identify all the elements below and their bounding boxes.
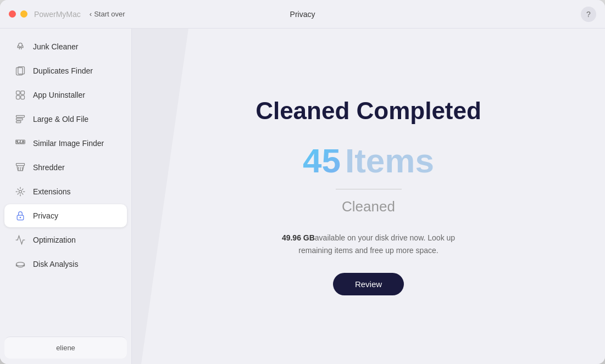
items-count-number: 45 [303, 141, 341, 180]
privacy-icon [14, 210, 26, 222]
start-over-label: Start over [94, 10, 125, 18]
content-area: Cleaned Completed 45 Items Cleaned 49.96… [132, 29, 605, 364]
main-content: Cleaned Completed 45 Items Cleaned 49.96… [132, 29, 605, 364]
minimize-button[interactable] [20, 10, 27, 18]
svg-rect-8 [16, 118, 23, 120]
page-title: Privacy [290, 10, 315, 19]
items-count-label: Items [345, 141, 434, 180]
disk-gb: 49.96 GB [282, 233, 315, 242]
sidebar: Junk Cleaner Duplicates Finder App Unins… [0, 29, 132, 364]
svg-rect-14 [16, 164, 25, 166]
svg-line-17 [22, 167, 23, 171]
shredder-label: Shredder [33, 163, 65, 172]
svg-line-15 [18, 167, 19, 171]
app-uninstaller-label: App Uninstaller [33, 91, 85, 99]
sidebar-item-similar-image-finder[interactable]: Similar Image Finder [4, 132, 127, 155]
user-account[interactable]: eliene [4, 337, 127, 359]
svg-rect-6 [21, 96, 25, 99]
similar-image-finder-label: Similar Image Finder [33, 139, 104, 148]
large-old-file-label: Large & Old File [33, 115, 88, 124]
svg-point-21 [16, 262, 25, 266]
review-button[interactable]: Review [333, 273, 404, 295]
disk-info: 49.96 GBavailable on your disk drive now… [281, 232, 457, 256]
sidebar-item-optimization[interactable]: Optimization [4, 228, 127, 251]
sidebar-item-duplicates-finder[interactable]: Duplicates Finder [4, 59, 127, 82]
traffic-lights [9, 10, 27, 18]
extensions-icon [14, 186, 26, 198]
junk-cleaner-label: Junk Cleaner [33, 42, 79, 51]
optimization-label: Optimization [33, 236, 76, 244]
app-uninstaller-icon [14, 89, 26, 101]
svg-rect-3 [16, 91, 20, 95]
sidebar-item-app-uninstaller[interactable]: App Uninstaller [4, 83, 127, 107]
help-button[interactable]: ? [581, 7, 596, 22]
sidebar-item-large-old-file[interactable]: Large & Old File [4, 108, 127, 131]
shredder-icon [14, 161, 26, 173]
svg-point-0 [19, 43, 23, 47]
sidebar-item-junk-cleaner[interactable]: Junk Cleaner [4, 35, 127, 58]
svg-rect-9 [16, 121, 21, 122]
duplicates-finder-label: Duplicates Finder [33, 66, 93, 75]
chevron-left-icon: ‹ [90, 10, 92, 18]
disk-analysis-label: Disk Analysis [33, 260, 78, 268]
svg-rect-4 [21, 91, 25, 95]
close-button[interactable] [9, 10, 16, 18]
svg-point-13 [23, 141, 24, 142]
sidebar-item-disk-analysis[interactable]: Disk Analysis [4, 253, 127, 276]
svg-rect-5 [16, 96, 20, 99]
main-layout: Junk Cleaner Duplicates Finder App Unins… [0, 29, 605, 364]
disk-analysis-icon [14, 258, 26, 270]
title-bar: PowerMyMac ‹ Start over Privacy ? [0, 0, 605, 29]
sidebar-items-list: Junk Cleaner Duplicates Finder App Unins… [0, 34, 131, 332]
username: eliene [56, 344, 75, 352]
app-window: PowerMyMac ‹ Start over Privacy ? Junk C… [0, 0, 605, 364]
app-name: PowerMyMac [34, 10, 81, 19]
sidebar-item-shredder[interactable]: Shredder [4, 156, 127, 179]
sidebar-item-privacy[interactable]: Privacy [4, 204, 127, 227]
disk-info-text: available on your disk drive now. Look u… [298, 233, 455, 254]
junk-cleaner-icon [14, 41, 26, 53]
cleaned-completed-heading: Cleaned Completed [256, 97, 481, 125]
large-old-file-icon [14, 113, 26, 125]
optimization-icon [14, 234, 26, 246]
help-icon: ? [586, 10, 591, 19]
similar-image-finder-icon [14, 137, 26, 149]
app-brand: PowerMyMac [34, 10, 81, 19]
extensions-label: Extensions [33, 187, 70, 196]
divider [336, 189, 402, 189]
svg-point-18 [19, 191, 22, 193]
svg-rect-7 [16, 115, 25, 117]
privacy-label: Privacy [33, 211, 58, 220]
cleaned-label: Cleaned [342, 198, 395, 215]
items-count-row: 45 Items [303, 141, 434, 180]
svg-point-20 [20, 217, 21, 219]
start-over-button[interactable]: ‹ Start over [90, 10, 125, 18]
sidebar-item-extensions[interactable]: Extensions [4, 180, 127, 203]
duplicates-finder-icon [14, 65, 26, 77]
